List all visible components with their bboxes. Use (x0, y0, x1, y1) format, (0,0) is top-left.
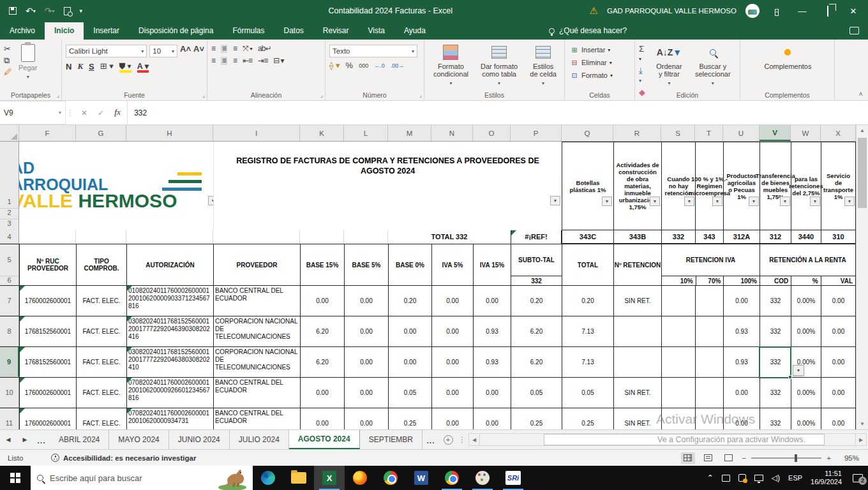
cell-ret-10[interactable] (661, 347, 695, 377)
cell-ret-70[interactable] (695, 408, 723, 429)
align-center-icon[interactable]: ≡ (221, 57, 227, 65)
logo-image[interactable]: AD ARROQUIAL VALLE HERMOSO ▼ (19, 142, 213, 230)
autosum-icon[interactable]: Σ ▾ (639, 45, 646, 64)
column-header-m[interactable]: M (388, 125, 431, 141)
number-dialog-launcher[interactable]: ⌟ (419, 92, 422, 98)
taskbar-sri-icon[interactable]: SRi (498, 466, 528, 490)
cell-cod[interactable]: 332 (760, 378, 791, 408)
format-as-table-button[interactable]: Dar formato como tabla ▾ (474, 42, 525, 89)
notification-center-icon[interactable]: 2 (853, 474, 863, 482)
taskbar-chrome-profile-icon[interactable] (437, 466, 467, 490)
cell-renta-val[interactable]: 0.00 (821, 286, 856, 316)
sheet-tab[interactable]: AGOSTO 2024 (289, 430, 360, 449)
cell-ret-10[interactable] (661, 378, 695, 408)
row-header[interactable]: 10 (0, 378, 19, 408)
cell-w4[interactable]: 3440 (791, 230, 821, 244)
cell-validation-dropdown-icon[interactable]: ▼ (793, 365, 804, 376)
cell-autorizacion[interactable]: 0108202401176000260000120010620000903371… (126, 286, 213, 316)
wrap-text-icon[interactable]: ab↵ (258, 45, 271, 53)
cell-iva-5[interactable]: 0.00 (431, 316, 473, 346)
cell-tipo-comprob[interactable]: FACT. ELEC. (76, 408, 126, 429)
cell-ret-70[interactable] (695, 316, 723, 346)
cell-autorizacion[interactable]: 0708202401176000260000120010620000926601… (126, 378, 213, 408)
sheet-tab[interactable]: JUNIO 2024 (169, 430, 230, 449)
cell-ret-100[interactable]: 0.93 (723, 316, 760, 346)
decrease-indent-icon[interactable]: ⇤≡ (243, 57, 252, 65)
cell-ret-70[interactable] (695, 286, 723, 316)
name-box[interactable]: V9 ▾ (0, 101, 66, 124)
paste-button[interactable]: Pegar ▾ (15, 42, 41, 83)
cell-base-15[interactable]: 0.00 (300, 378, 344, 408)
cell-iva-15[interactable]: 0.93 (473, 316, 511, 346)
column-header-l[interactable]: L (344, 125, 388, 141)
header-ruc[interactable]: Nº RUC PROVEEDOR (19, 244, 76, 285)
column-header-g[interactable]: G (76, 125, 126, 141)
header-num-retencion[interactable]: Nº RETENCION (613, 244, 661, 285)
cell-ret-70[interactable] (695, 347, 723, 377)
addins-button[interactable]: Complementos (761, 42, 816, 72)
cell-l4[interactable] (344, 230, 388, 244)
header-proveedor[interactable]: PROVEEDOR (213, 244, 300, 285)
fill-color-icon[interactable]: ⛊ ▾ (119, 63, 131, 71)
cell-proveedor[interactable]: CORPORACION NACIONAL DE TELECOMUNICACION… (213, 316, 300, 346)
zoom-slider-thumb[interactable] (795, 454, 797, 462)
column-header-q[interactable]: Q (562, 125, 613, 141)
cell-proveedor[interactable]: BANCO CENTRAL DEL ECUADOR (213, 378, 300, 408)
taskbar-chrome-icon[interactable] (375, 466, 406, 490)
cell-q4[interactable]: 343C (562, 230, 613, 244)
cell-tipo-comprob[interactable]: FACT. ELEC. (76, 316, 126, 346)
format-cells-button[interactable]: ⊡ Formato ▾ (569, 70, 632, 80)
column-header-s[interactable]: S (661, 125, 695, 141)
x1-filter-dropdown-icon[interactable]: ▼ (844, 197, 855, 206)
sheet-tab[interactable]: MAYO 2024 (109, 430, 168, 449)
cell-proveedor[interactable]: BANCO CENTRAL DEL ECUADOR (213, 286, 300, 316)
scroll-down-icon[interactable]: ▼ (857, 419, 868, 429)
row-header[interactable]: 7 (0, 286, 19, 316)
decrease-decimal-icon[interactable]: .00→ (391, 61, 405, 70)
accessibility-status[interactable]: Accesibilidad: es necesario investigar (51, 454, 196, 462)
cell-q1[interactable]: Botellas plásticas 1%▼ (562, 142, 613, 230)
cell-total[interactable]: 0.25 (562, 408, 613, 429)
cell-r4[interactable]: 343B (613, 230, 661, 244)
title-filter-dropdown-icon[interactable]: ▼ (550, 196, 560, 205)
orientation-icon[interactable]: ⤧ ▾ (243, 45, 252, 53)
zoom-in-icon[interactable]: + (827, 454, 831, 462)
cell-cod[interactable]: 332 (760, 286, 791, 316)
cell-t4[interactable]: 343 (695, 230, 723, 244)
cell-subtotal[interactable]: 6.20 (511, 316, 562, 346)
italic-icon[interactable]: K (77, 61, 83, 71)
tab-overflow-left[interactable]: ... (33, 430, 50, 449)
subheader-cod[interactable]: COD (760, 276, 791, 285)
cell-total-332[interactable]: TOTAL 332 (388, 230, 511, 244)
cell-iva-5[interactable]: 0.00 (431, 347, 473, 377)
taskbar-firefox-icon[interactable] (345, 466, 375, 490)
cell-ret-100[interactable]: 0.00 (723, 378, 760, 408)
cell-iva-5[interactable]: 0.00 (431, 286, 473, 316)
ribbon-tab[interactable]: Ayuda (394, 22, 435, 40)
subheader-10pct[interactable]: 10% (662, 276, 696, 285)
cell-base-0[interactable]: 0.00 (388, 347, 431, 377)
header-autorizacion[interactable]: AUTORIZACIÓN (126, 244, 213, 285)
cell-total[interactable]: 0.05 (562, 378, 613, 408)
cell-iva-15[interactable]: 0.00 (473, 408, 511, 429)
ribbon-tab[interactable]: Vista (359, 22, 394, 40)
cell-cod[interactable]: 332 (760, 347, 791, 377)
cell-g4[interactable] (76, 230, 126, 244)
account-avatar[interactable] (745, 4, 760, 18)
close-icon[interactable]: ✕ (845, 6, 862, 16)
customize-qat-icon[interactable]: ▾ (80, 8, 83, 14)
cell-base-0[interactable]: 0.00 (388, 316, 431, 346)
cell-renta-val[interactable]: 0.00 (821, 378, 856, 408)
account-name[interactable]: GAD PARROQUIAL VALLE HERMOSO (607, 7, 737, 15)
cell-k4[interactable] (300, 230, 344, 244)
insert-cells-button[interactable]: ⊞ Insertar ▾ (569, 45, 632, 55)
column-header-f[interactable]: F (19, 125, 76, 141)
increase-indent-icon[interactable]: ⇥≡ (258, 57, 267, 65)
taskbar-search[interactable]: Escribe aquí para buscar (31, 466, 253, 490)
subheader-val[interactable]: VAL (821, 276, 855, 285)
cell-h4[interactable] (126, 230, 213, 244)
cancel-formula-icon[interactable]: ✕ (81, 108, 87, 117)
column-header-u[interactable]: U (723, 125, 760, 141)
cell-tipo-comprob[interactable]: FACT. ELEC. (76, 347, 126, 377)
header-base-5[interactable]: BASE 5% (344, 244, 388, 285)
